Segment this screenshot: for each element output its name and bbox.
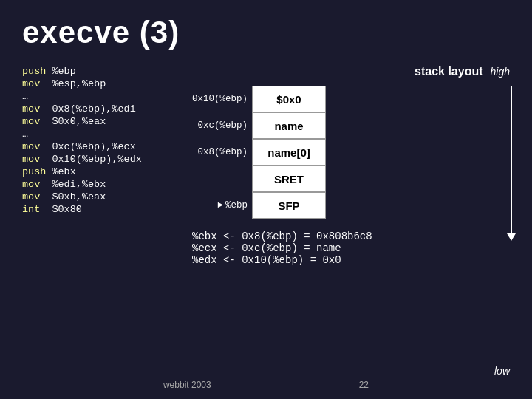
stack-cells-col: $0x0namename[0]SRETSFP: [252, 86, 326, 219]
code-row: mov$0xb,%eax: [22, 191, 146, 203]
eq-lines: %ebx <- 0x8(%ebp) = 0x808b6c8%ecx <- 0xc…: [192, 231, 510, 266]
arrow-down-head: [507, 233, 516, 241]
arrow-line: [511, 86, 512, 233]
code-args: %edi,%ebx: [52, 178, 146, 191]
footer: webbit 2003 22: [0, 380, 532, 390]
footer-credit: webbit 2003: [163, 380, 211, 390]
code-args: $0x80: [52, 203, 146, 216]
stack-addr-label: 0x10(%ebp): [192, 86, 248, 112]
code-instr: push: [22, 166, 52, 178]
code-row: push%ebp: [22, 65, 146, 78]
high-label: high: [491, 66, 510, 78]
code-row: mov0x10(%ebp),%edx: [22, 153, 146, 166]
stack-wrapper: 0x10(%ebp)0xc(%ebp)0x8(%ebp)►%ebp $0x0na…: [192, 86, 510, 219]
code-row: …: [22, 90, 146, 103]
code-table: push%ebpmov%esp,%ebp…mov0x8(%ebp),%edimo…: [22, 65, 146, 216]
code-instr: mov: [22, 140, 52, 153]
page-title: execve (3): [22, 15, 510, 50]
stack-header: stack layout high: [192, 65, 510, 78]
code-args: %ebp: [52, 65, 146, 78]
low-label: low: [494, 365, 510, 377]
stack-cell: SFP: [252, 192, 326, 219]
right-section: stack layout high 0x10(%ebp)0xc(%ebp)0x8…: [192, 65, 510, 266]
code-instr: mov: [22, 103, 52, 115]
code-section: push%ebpmov%esp,%ebp…mov0x8(%ebp),%edimo…: [22, 65, 177, 216]
equation-line: %edx <- 0x10(%ebp) = 0x0: [192, 254, 510, 266]
code-instr: mov: [22, 78, 52, 90]
ebp-arrow-icon: ►: [217, 200, 223, 211]
code-instr: mov: [22, 115, 52, 128]
code-args: 0x8(%ebp),%edi: [52, 103, 146, 115]
code-row: mov0x8(%ebp),%edi: [22, 103, 146, 115]
stack-cell: name: [252, 112, 326, 139]
stack-addr-label: 0x8(%ebp): [198, 139, 248, 166]
code-args: 0x10(%ebp),%edx: [52, 153, 146, 166]
equation-line: %ebx <- 0x8(%ebp) = 0x808b6c8: [192, 231, 510, 242]
stack-cell: $0x0: [252, 86, 326, 112]
vertical-arrow: [507, 86, 516, 241]
code-args: %esp,%ebp: [52, 78, 146, 90]
main-content: push%ebpmov%esp,%ebp…mov0x8(%ebp),%edimo…: [22, 65, 510, 266]
code-instr: push: [22, 65, 52, 78]
stack-cell: name[0]: [252, 139, 326, 166]
code-args: $0xb,%eax: [52, 191, 146, 203]
code-args: $0x0,%eax: [52, 115, 146, 128]
code-row: push%ebx: [22, 166, 146, 178]
code-args: %ebx: [52, 166, 146, 178]
code-row: mov%esp,%ebp: [22, 78, 146, 90]
stack-addrs-col: 0x10(%ebp)0xc(%ebp)0x8(%ebp)►%ebp: [192, 86, 248, 219]
code-row: mov0xc(%ebp),%ecx: [22, 140, 146, 153]
code-instr: mov: [22, 191, 52, 203]
code-args: 0xc(%ebp),%ecx: [52, 140, 146, 153]
code-row: mov%edi,%ebx: [22, 178, 146, 191]
code-instr: mov: [22, 153, 52, 166]
code-row: mov$0x0,%eax: [22, 115, 146, 128]
equations: %ebx <- 0x8(%ebp) = 0x808b6c8%ecx <- 0xc…: [192, 231, 510, 266]
stack-cell: SRET: [252, 166, 326, 192]
stack-addr-label: ►%ebp: [217, 192, 248, 219]
slide: execve (3) push%ebpmov%esp,%ebp…mov0x8(%…: [0, 0, 532, 399]
equation-line: %ecx <- 0xc(%ebp) = name: [192, 242, 510, 254]
code-row: int$0x80: [22, 203, 146, 216]
code-instr: mov: [22, 178, 52, 191]
code-instr: int: [22, 203, 52, 216]
stack-layout-label: stack layout: [415, 65, 482, 78]
footer-page: 22: [359, 380, 369, 390]
code-row: …: [22, 128, 146, 140]
stack-addr-label: 0xc(%ebp): [198, 112, 248, 139]
